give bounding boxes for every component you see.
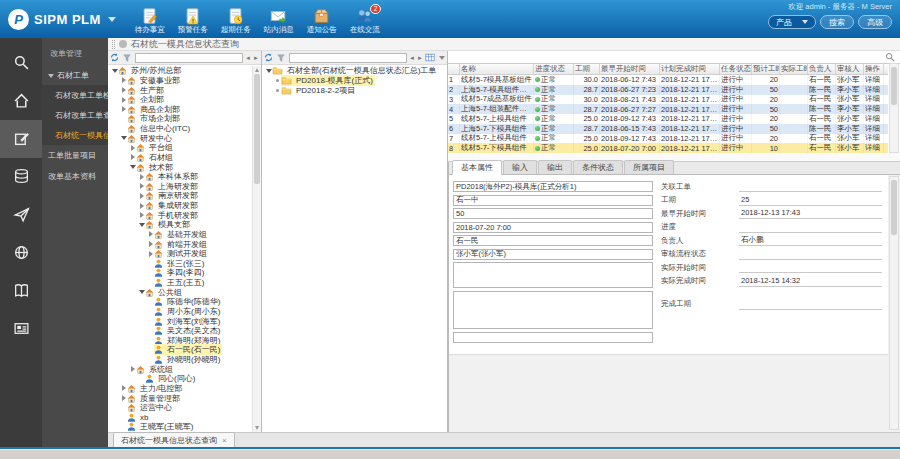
grid-column-header[interactable]: 任务状态	[720, 64, 752, 74]
collapse-all-icon[interactable]: ◄	[409, 54, 415, 62]
detail-tab-5[interactable]: 所属项目	[624, 160, 674, 174]
toolbar-item-3[interactable]: 超期任务	[216, 4, 256, 35]
tree-node[interactable]: 研发中心	[108, 133, 252, 143]
expand-icon[interactable]	[138, 174, 145, 180]
toolbar-item-2[interactable]: 预警任务	[173, 4, 213, 35]
expand-icon[interactable]	[147, 231, 154, 237]
expand-icon[interactable]	[147, 241, 154, 247]
document-tab[interactable]: 石材统一模具信息状态查询 ×	[113, 432, 235, 447]
grid-column-header[interactable]	[448, 64, 460, 74]
menu-extra-item-2[interactable]: 改单基本资料	[42, 166, 108, 187]
rail-item-database[interactable]	[0, 158, 42, 196]
expand-icon[interactable]	[129, 366, 136, 372]
collapse-icon[interactable]	[111, 69, 118, 73]
table-row[interactable]: 8线材5-7-下模具组件正常25.02018-07-20 7:002018-12…	[448, 143, 888, 153]
rail-item-book[interactable]	[0, 272, 42, 310]
detail-field-value[interactable]	[739, 299, 882, 310]
detail-field-1[interactable]	[453, 181, 653, 192]
rail-item-globe[interactable]	[0, 234, 42, 272]
menu-item-2[interactable]: 石材改单工单查询台账	[42, 105, 108, 125]
rail-item-edit[interactable]	[0, 120, 42, 158]
refresh-icon[interactable]	[264, 53, 273, 62]
expand-all-icon[interactable]: ►	[417, 54, 423, 62]
table-row[interactable]: 7线材5-7-上模具组件正常25.02018-09-12 7:432018-12…	[448, 134, 888, 144]
detail-tab-3[interactable]: 输出	[538, 160, 572, 174]
rail-item-home[interactable]	[0, 82, 42, 120]
expand-icon[interactable]	[120, 106, 127, 112]
filter-icon[interactable]	[277, 54, 285, 62]
detail-tab-2[interactable]: 输入	[503, 160, 537, 174]
detail-extra-field[interactable]	[453, 332, 653, 343]
collapse-icon[interactable]	[265, 69, 272, 73]
grid-column-header[interactable]: 负责人	[808, 64, 836, 74]
table-row[interactable]: 3线材5-7成品基板组件正常30.02018-08-21 7:432018-12…	[448, 95, 888, 105]
scrollbar-thumb[interactable]	[254, 74, 260, 184]
table-row[interactable]: 1线材5-7模具基板组件正常30.02018-06-12 7:432018-12…	[448, 75, 888, 85]
filter-icon[interactable]	[123, 54, 131, 62]
magnifier-icon[interactable]	[885, 52, 895, 62]
detail-field-value[interactable]	[739, 262, 882, 273]
scrollbar-thumb[interactable]	[891, 67, 897, 105]
detail-field-4[interactable]	[453, 222, 653, 233]
close-icon[interactable]: ×	[222, 436, 227, 445]
rail-item-card[interactable]	[0, 310, 42, 348]
app-logo[interactable]: P SIPM PLM	[0, 9, 124, 30]
tree-node[interactable]: 王晓军(王晓军)	[108, 422, 252, 432]
expand-icon[interactable]	[147, 251, 154, 257]
detail-scrollbar[interactable]	[889, 176, 899, 430]
expand-icon[interactable]	[120, 97, 127, 103]
menu-group-stone-workorder[interactable]: 石材工单	[42, 66, 108, 85]
chevron-down-icon[interactable]	[439, 56, 445, 60]
column-settings-icon[interactable]	[425, 53, 435, 62]
detail-field-6[interactable]	[453, 249, 653, 260]
tree-spacer[interactable]	[274, 79, 281, 82]
toolbar-item-1[interactable]: 待办事宜	[130, 4, 170, 35]
grid-column-header[interactable]: 名称	[460, 64, 534, 74]
search-button[interactable]: 搜索	[820, 15, 854, 29]
tree-node[interactable]: 孙晓明(孙晓明)	[108, 355, 252, 365]
tree-node[interactable]: 石材组	[108, 153, 252, 163]
detail-field-5[interactable]	[453, 235, 653, 246]
tree-spacer[interactable]	[274, 89, 281, 92]
expand-icon[interactable]	[120, 87, 127, 93]
scroll-up-icon[interactable]	[255, 68, 259, 72]
detail-field-value[interactable]: 石小鹏	[739, 235, 882, 246]
detail-field-value[interactable]	[739, 249, 882, 260]
grid-column-header[interactable]: 预计工时	[752, 64, 780, 74]
detail-note-field[interactable]	[453, 262, 653, 288]
collapse-icon[interactable]	[138, 290, 145, 294]
detail-field-value[interactable]	[739, 222, 882, 233]
detail-tab-4[interactable]: 条件状态	[573, 160, 623, 174]
org-tree-scrollbar[interactable]	[252, 66, 261, 432]
project-tree-search-input[interactable]	[289, 53, 407, 63]
scroll-down-icon[interactable]	[255, 426, 259, 430]
menu-item-3[interactable]: 石材统一模具信息状态查询	[42, 125, 108, 145]
menu-item-1[interactable]: 石材改单工单检索	[42, 85, 108, 105]
toolbar-item-6[interactable]: 在线交流2	[345, 4, 385, 35]
detail-field-value[interactable]: 2018-12-15 14:32	[739, 276, 882, 287]
grid-column-header[interactable]: 最早开始时间	[600, 64, 660, 74]
expand-icon[interactable]	[129, 145, 136, 151]
detail-field-3[interactable]	[453, 208, 653, 219]
expand-icon[interactable]	[138, 203, 145, 209]
rail-item-search[interactable]	[0, 44, 42, 82]
scrollbar-thumb[interactable]	[891, 180, 897, 235]
expand-icon[interactable]	[120, 395, 127, 401]
advanced-search-button[interactable]: 高级	[858, 15, 892, 29]
rail-item-send[interactable]	[0, 196, 42, 234]
table-row[interactable]: 5线材5-7-上模具组件正常25.02018-09-12 7:432018-12…	[448, 114, 888, 124]
expand-all-icon[interactable]: ►	[253, 54, 259, 62]
grid-column-header[interactable]: 进度状态	[534, 64, 574, 74]
detail-field-2[interactable]	[453, 195, 653, 206]
collapse-icon[interactable]	[120, 136, 127, 140]
refresh-icon[interactable]	[110, 53, 119, 62]
collapse-icon[interactable]	[138, 223, 145, 227]
table-row[interactable]: 2上海5-7-模具组件装配正常28.72018-06-27 7:232018-1…	[448, 85, 888, 95]
tree-node[interactable]: 平台组	[108, 143, 252, 153]
expand-icon[interactable]	[138, 212, 145, 218]
collapse-icon[interactable]	[129, 165, 136, 169]
table-row[interactable]: 6上海5-7-下模具组件正常28.72018-06-15 7:432018-12…	[448, 124, 888, 134]
tree-node[interactable]: 运营中心	[108, 403, 252, 413]
detail-field-value[interactable]: 2018-12-13 17:43	[739, 208, 882, 219]
chevron-down-icon[interactable]	[108, 17, 116, 22]
